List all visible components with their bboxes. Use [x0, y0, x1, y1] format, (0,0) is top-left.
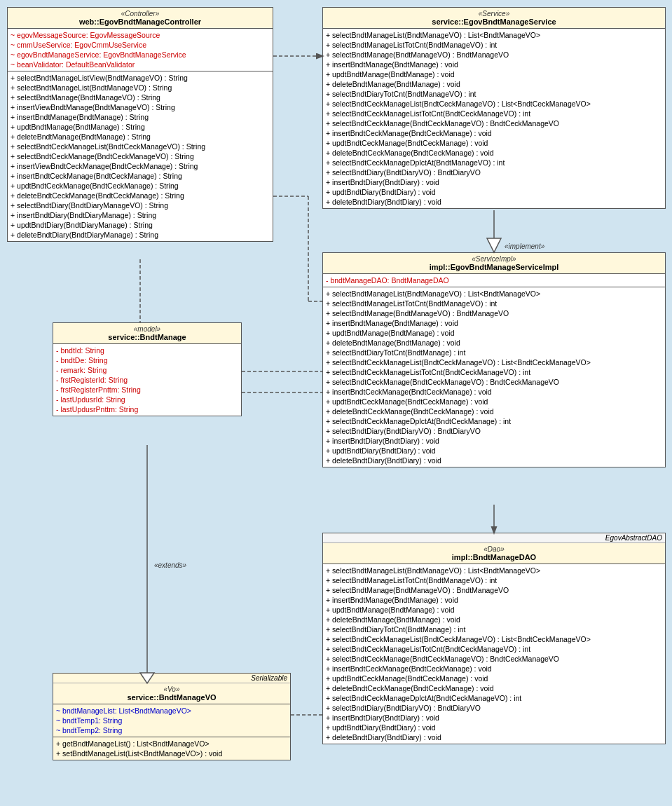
- serviceimpl-header: «ServiceImpl» impl::EgovBndtManageServic…: [323, 253, 665, 274]
- svc-m7: + selectBndtCeckManageList(BndtCeckManag…: [326, 99, 662, 109]
- model-f2: - remark: String: [56, 365, 238, 375]
- vo-f2: ~ bndtTemp2: String: [56, 725, 287, 735]
- model-classname: service::BndtManage: [57, 333, 238, 341]
- ctrl-m9: + insertViewBndtCeckManage(BndtCeckManag…: [11, 161, 270, 171]
- model-stereotype: «model»: [57, 325, 238, 333]
- controller-box: «Controller» web::EgovBndtManageControll…: [7, 7, 273, 242]
- model-header: «model» service::BndtManage: [53, 323, 241, 344]
- simpl-m8: + selectBndtCeckManageListTotCnt(BndtCec…: [326, 367, 662, 377]
- simpl-m13: + selectBndtCeckManageDplctAt(BndtCeckMa…: [326, 416, 662, 426]
- svc-m17: + deleteBndtDiary(BndtDiary) : void: [326, 197, 662, 207]
- vo-methods: + getBndtManageList() : List<BndtManageV…: [53, 737, 290, 760]
- simpl-m0: + selectBndtManageList(BndtManageVO) : L…: [326, 289, 662, 299]
- simpl-f0: - bndtManageDAO: BndtManageDAO: [326, 275, 662, 285]
- dao-m5: + deleteBndtManage(BndtManage) : void: [326, 615, 662, 624]
- ctrl-m8: + selectBndtCeckManage(BndtCeckManageVO)…: [11, 151, 270, 161]
- simpl-m7: + selectBndtCeckManageList(BndtCeckManag…: [326, 357, 662, 367]
- simpl-m6: + selectBndtDiaryTotCnt(BndtManage) : in…: [326, 348, 662, 357]
- controller-header: «Controller» web::EgovBndtManageControll…: [8, 8, 273, 29]
- vo-fields: ~ bndtManageList: List<BndtManageVO> ~ b…: [53, 704, 290, 737]
- service-classname: service::EgovBndtManageService: [327, 18, 661, 26]
- ctrl-m7: + selectBndtCeckManageList(BndtCeckManag…: [11, 142, 270, 151]
- dao-m1: + selectBndtManageListTotCnt(BndtManageV…: [326, 575, 662, 585]
- ctrl-m13: + selectBndtDiary(BndtDiaryManageVO) : S…: [11, 200, 270, 210]
- simpl-m1: + selectBndtManageListTotCnt(BndtManageV…: [326, 299, 662, 308]
- dao-abstract-label: EgovAbstractDAO: [323, 533, 665, 543]
- ctrl-m1: + selectBndtManageList(BndtManageVO) : S…: [11, 83, 270, 93]
- svc-m3: + insertBndtManage(BndtManage) : void: [326, 60, 662, 69]
- dao-m13: + selectBndtCeckManageDplctAt(BndtCeckMa…: [326, 693, 662, 703]
- ctrl-m14: + insertBndtDiary(BndtDiaryManage) : Str…: [11, 210, 270, 220]
- model-f5: - lastUpdusrId: String: [56, 395, 238, 404]
- model-box: «model» service::BndtManage - bndtId: St…: [53, 322, 242, 416]
- simpl-m16: + updtBndtDiary(BndtDiary) : void: [326, 446, 662, 456]
- svc-m1: + selectBndtManageListTotCnt(BndtManageV…: [326, 40, 662, 50]
- model-f4: - frstRegisterPnttm: String: [56, 385, 238, 395]
- dao-m7: + selectBndtCeckManageList(BndtCeckManag…: [326, 634, 662, 644]
- vo-m0: + getBndtManageList() : List<BndtManageV…: [56, 739, 287, 749]
- dao-m0: + selectBndtManageList(BndtManageVO) : L…: [326, 566, 662, 575]
- model-fields: - bndtId: String - bndtDe: String - rema…: [53, 344, 241, 416]
- dao-m15: + insertBndtDiary(BndtDiary) : void: [326, 713, 662, 723]
- svc-m0: + selectBndtManageList(BndtManageVO) : L…: [326, 30, 662, 40]
- simpl-m2: + selectBndtManage(BndtManageVO) : BndtM…: [326, 308, 662, 318]
- simpl-m3: + insertBndtManage(BndtManage) : void: [326, 318, 662, 328]
- dao-m11: + updtBndtCeckManage(BndtCeckManage) : v…: [326, 674, 662, 683]
- controller-stereotype: «Controller»: [11, 10, 269, 18]
- vo-f1: ~ bndtTemp1: String: [56, 716, 287, 725]
- dao-m8: + selectBndtCeckManageListTotCnt(BndtCec…: [326, 644, 662, 654]
- dao-methods: + selectBndtManageList(BndtManageVO) : L…: [323, 564, 665, 744]
- vo-header: «Vo» service::BndtManageVO: [53, 683, 290, 704]
- ctrl-m3: + insertViewBndtManage(BndtManageVO) : S…: [11, 102, 270, 112]
- dao-header: «Dao» impl::BndtManageDAO: [323, 543, 665, 564]
- svc-m4: + updtBndtManage(BndtManage) : void: [326, 69, 662, 79]
- vo-box: Serializable «Vo» service::BndtManageVO …: [53, 673, 291, 760]
- dao-m16: + updtBndtDiary(BndtDiary) : void: [326, 723, 662, 732]
- dao-m17: + deleteBndtDiary(BndtDiary) : void: [326, 732, 662, 742]
- svc-m9: + selectBndtCeckManage(BndtCeckManageVO)…: [326, 118, 662, 128]
- svg-marker-2: [487, 238, 501, 252]
- simpl-m4: + updtBndtManage(BndtManage) : void: [326, 328, 662, 338]
- dao-m14: + selectBndtDiary(BndtDiaryVO) : BndtDia…: [326, 703, 662, 713]
- vo-classname: service::BndtManageVO: [57, 693, 287, 702]
- controller-fields: ~ egovMessageSource: EgovMessageSource ~…: [8, 29, 273, 71]
- serviceimpl-box: «ServiceImpl» impl::EgovBndtManageServic…: [322, 252, 666, 467]
- service-box: «Service» service::EgovBndtManageService…: [322, 7, 666, 209]
- ctrl-m10: + insertBndtCeckManage(BndtCeckManage) :…: [11, 171, 270, 181]
- dao-m2: + selectBndtManage(BndtManageVO) : BndtM…: [326, 585, 662, 595]
- svc-m5: + deleteBndtManage(BndtManage) : void: [326, 79, 662, 89]
- simpl-m17: + deleteBndtDiary(BndtDiary) : void: [326, 456, 662, 465]
- svc-m2: + selectBndtManage(BndtManageVO) : BndtM…: [326, 50, 662, 60]
- model-f3: - frstRegisterId: String: [56, 375, 238, 385]
- dao-stereotype: «Dao»: [327, 545, 661, 553]
- vo-m1: + setBndtManageList(List<BndtManageVO>) …: [56, 749, 287, 758]
- serviceimpl-fields: - bndtManageDAO: BndtManageDAO: [323, 274, 665, 287]
- simpl-m9: + selectBndtCeckManage(BndtCeckManageVO)…: [326, 377, 662, 387]
- controller-classname: web::EgovBndtManageController: [11, 18, 269, 26]
- service-methods: + selectBndtManageList(BndtManageVO) : L…: [323, 29, 665, 208]
- dao-m4: + updtBndtManage(BndtManage) : void: [326, 605, 662, 615]
- model-f6: - lastUpdusrPnttm: String: [56, 404, 238, 414]
- simpl-m10: + insertBndtCeckManage(BndtCeckManage) :…: [326, 387, 662, 397]
- dao-box: EgovAbstractDAO «Dao» impl::BndtManageDA…: [322, 533, 666, 744]
- dao-m12: + deleteBndtCeckManage(BndtCeckManage) :…: [326, 683, 662, 693]
- ctrl-m0: + selectBndtManageListView(BndtManageVO)…: [11, 73, 270, 83]
- controller-field-1: ~ egovMessageSource: EgovMessageSource: [11, 30, 270, 40]
- serviceimpl-classname: impl::EgovBndtManageServiceImpl: [327, 263, 661, 271]
- dao-m6: + selectBndtDiaryTotCnt(BndtManage) : in…: [326, 624, 662, 634]
- dao-m9: + selectBndtCeckManage(BndtCeckManageVO)…: [326, 654, 662, 664]
- vo-serializable-label: Serializable: [53, 674, 290, 683]
- svc-m14: + selectBndtDiary(BndtDiaryVO) : BndtDia…: [326, 168, 662, 177]
- ctrl-m15: + updtBndtDiary(BndtDiaryManage) : Strin…: [11, 220, 270, 230]
- dao-m10: + insertBndtCeckManage(BndtCeckManage) :…: [326, 664, 662, 674]
- dao-m3: + insertBndtManage(BndtManage) : void: [326, 595, 662, 605]
- svg-text:«implement»: «implement»: [505, 243, 545, 250]
- controller-methods: + selectBndtManageListView(BndtManageVO)…: [8, 71, 273, 241]
- svc-m11: + updtBndtCeckManage(BndtCeckManage) : v…: [326, 138, 662, 148]
- controller-field-4: ~ beanValidator: DefaultBeanValidator: [11, 60, 270, 69]
- vo-f0: ~ bndtManageList: List<BndtManageVO>: [56, 706, 287, 716]
- controller-field-3: ~ egovBndtManageService: EgovBndtManageS…: [11, 50, 270, 60]
- svc-m6: + selectBndtDiaryTotCnt(BndtManageVO) : …: [326, 89, 662, 99]
- dao-classname: impl::BndtManageDAO: [327, 553, 661, 561]
- serviceimpl-methods: + selectBndtManageList(BndtManageVO) : L…: [323, 287, 665, 467]
